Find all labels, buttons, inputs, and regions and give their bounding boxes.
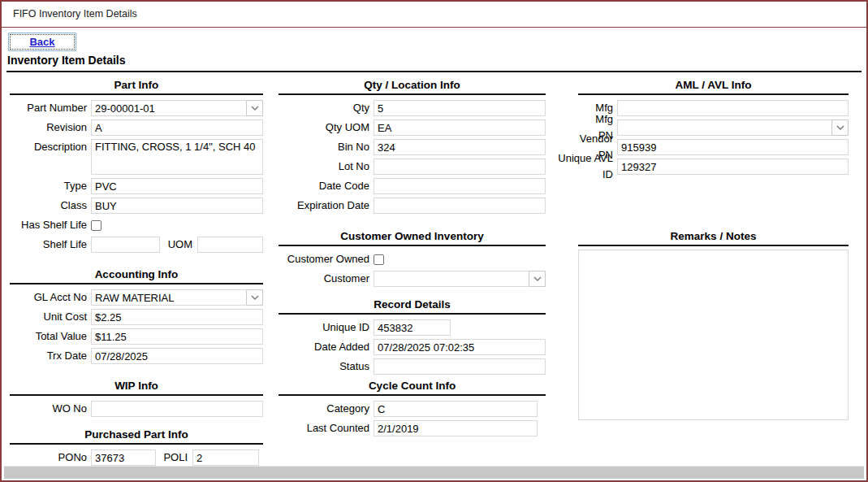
class-input[interactable]	[91, 198, 263, 214]
type-input[interactable]	[91, 178, 263, 194]
qty-uom-label: Qty UOM	[279, 119, 374, 136]
has-shelf-life-checkbox[interactable]	[91, 220, 101, 231]
unique-avl-id-label: Unique AVL ID	[546, 150, 617, 183]
section-title-accounting-info: Accounting Info	[10, 268, 263, 284]
unit-cost-input[interactable]	[91, 309, 263, 325]
field-row-status: Status	[279, 358, 546, 375]
field-row-qty-uom: Qty UOM	[279, 119, 546, 136]
wo-no-label: WO No	[10, 401, 91, 417]
field-row-qty: Qty	[279, 100, 546, 116]
customer-owned-label: Customer Owned	[279, 251, 374, 267]
category-input[interactable]	[374, 401, 538, 417]
unique-avl-id-input[interactable]	[617, 158, 849, 175]
vendor-pn-input[interactable]	[617, 139, 849, 155]
field-row-unique-avl-id: Unique AVL ID	[578, 158, 849, 175]
part-number-dropdown-button[interactable]	[246, 100, 263, 116]
expiration-date-input[interactable]	[374, 198, 546, 214]
customer-owned-checkbox[interactable]	[374, 254, 384, 265]
field-row-last-counted: Last Counted	[279, 420, 546, 436]
section-title-remarks-notes: Remarks / Notes	[578, 230, 849, 246]
total-value-input[interactable]	[91, 328, 263, 345]
field-row-expiration-date: Expiration Date	[279, 198, 546, 214]
poli-input[interactable]	[192, 449, 259, 466]
field-row-class: Class	[10, 198, 263, 214]
chevron-down-icon	[533, 276, 542, 281]
poli-label: POLI	[156, 449, 192, 466]
expiration-date-label: Expiration Date	[279, 198, 374, 214]
shelf-life-uom-label: UOM	[160, 237, 197, 253]
gl-acct-no-dropdown-button[interactable]	[246, 289, 263, 306]
qty-label: Qty	[279, 100, 374, 116]
part-number-input[interactable]	[91, 100, 263, 116]
trx-date-input[interactable]	[91, 348, 263, 364]
part-number-label: Part Number	[10, 100, 91, 116]
qty-uom-input[interactable]	[374, 119, 546, 136]
section-title-customer-owned-inventory: Customer Owned Inventory	[279, 230, 546, 246]
date-code-label: Date Code	[279, 178, 374, 194]
unit-cost-label: Unit Cost	[10, 309, 91, 325]
mfg-pn-input[interactable]	[617, 119, 849, 136]
status-input[interactable]	[374, 358, 546, 375]
date-added-label: Date Added	[279, 339, 374, 355]
section-cycle-count-info: Cycle Count Info Category Last Counted	[279, 380, 546, 440]
field-row-customer: Customer	[279, 271, 546, 287]
shelf-life-uom-input[interactable]	[197, 237, 263, 253]
description-label: Description	[10, 139, 91, 155]
field-row-total-value: Total Value	[10, 328, 263, 345]
bin-no-input[interactable]	[374, 139, 546, 155]
chevron-down-icon	[251, 106, 259, 111]
field-row-type: Type	[10, 178, 263, 194]
status-label: Status	[279, 358, 374, 375]
section-part-info: Part Info Part Number Revision Descripti…	[10, 79, 263, 256]
qty-input[interactable]	[374, 100, 546, 116]
field-row-date-added: Date Added	[279, 339, 546, 355]
mfg-input[interactable]	[617, 100, 849, 116]
wo-no-input[interactable]	[91, 401, 263, 417]
part-number-combobox	[91, 100, 263, 116]
section-title-record-details: Record Details	[279, 298, 546, 315]
field-row-shelf-life: Shelf Life UOM	[10, 237, 263, 253]
page-title: Inventory Item Details	[7, 54, 126, 67]
section-title-aml-avl-info: AML / AVL Info	[578, 79, 849, 95]
field-row-mfg-pn: Mfg PN	[578, 119, 849, 136]
section-title-purchased-part-info: Purchased Part Info	[10, 428, 263, 445]
field-row-pono-poli: PONo POLI	[10, 449, 263, 466]
section-title-cycle-count-info: Cycle Count Info	[279, 380, 546, 396]
window-title: FIFO Inventory Item Details	[2, 2, 866, 28]
class-label: Class	[10, 198, 91, 214]
field-row-bin-no: Bin No	[279, 139, 546, 155]
field-row-revision: Revision	[10, 119, 263, 136]
field-row-customer-owned: Customer Owned	[279, 251, 546, 267]
fifo-inventory-window: FIFO Inventory Item Details Back Invento…	[0, 0, 868, 482]
section-remarks-notes: Remarks / Notes	[578, 230, 849, 423]
type-label: Type	[10, 178, 91, 194]
section-title-part-info: Part Info	[10, 79, 263, 95]
date-added-input[interactable]	[374, 339, 546, 355]
last-counted-input[interactable]	[374, 420, 538, 436]
back-button[interactable]: Back	[8, 33, 76, 51]
po-no-label: PONo	[10, 449, 91, 466]
description-input[interactable]: FITTING, CROSS, 1 1/4", SCH 40	[91, 139, 263, 175]
total-value-label: Total Value	[10, 328, 91, 345]
lot-no-input[interactable]	[374, 158, 546, 175]
gl-acct-no-combobox	[91, 289, 263, 306]
trx-date-label: Trx Date	[10, 348, 91, 364]
mfg-pn-dropdown-button[interactable]	[831, 119, 849, 136]
customer-input[interactable]	[374, 271, 546, 287]
customer-dropdown-button[interactable]	[529, 271, 546, 287]
unique-id-label: Unique ID	[279, 319, 374, 336]
lot-no-label: Lot No	[279, 158, 374, 175]
section-title-qty-location-info: Qty / Location Info	[279, 79, 546, 95]
gl-acct-no-input[interactable]	[91, 289, 263, 306]
field-row-category: Category	[279, 401, 546, 417]
date-code-input[interactable]	[374, 178, 546, 194]
section-customer-owned-inventory: Customer Owned Inventory Customer Owned …	[279, 230, 546, 290]
po-no-input[interactable]	[91, 449, 156, 466]
revision-input[interactable]	[91, 119, 263, 136]
mfg-pn-combobox	[617, 119, 849, 136]
field-row-part-number: Part Number	[10, 100, 263, 116]
horizontal-scrollbar[interactable]	[4, 466, 864, 479]
remarks-notes-input[interactable]	[578, 250, 849, 420]
unique-id-input[interactable]	[374, 319, 451, 336]
shelf-life-input[interactable]	[91, 237, 160, 253]
